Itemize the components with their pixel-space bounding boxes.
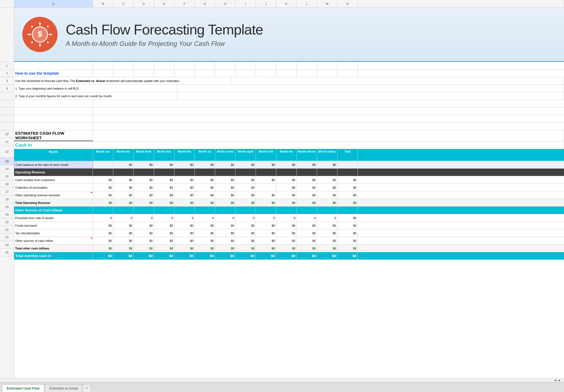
cell-23f[interactable]: $0 xyxy=(174,237,195,244)
cell-23c[interactable]: $0 xyxy=(113,237,134,244)
cell-21h[interactable]: $0 xyxy=(215,222,236,229)
cell-16b[interactable]: $0 xyxy=(93,184,113,191)
cell-16n[interactable]: $0 xyxy=(337,184,358,191)
cell-18j[interactable]: $0 xyxy=(256,199,276,206)
cell-24l[interactable]: $0 xyxy=(297,245,317,252)
cell-21g[interactable]: $0 xyxy=(195,222,215,229)
cell-23m[interactable]: $0 xyxy=(317,237,337,244)
cell-18k[interactable]: $0 xyxy=(276,199,297,206)
cell-21b[interactable]: $0 xyxy=(93,222,113,229)
cell-22l[interactable]: $0 xyxy=(297,229,317,237)
cell-13g[interactable]: $0 xyxy=(195,161,215,168)
cell-17i[interactable]: $0 xyxy=(236,191,256,199)
cell-23g[interactable]: $0 xyxy=(195,237,215,244)
cell-18d[interactable]: $0 xyxy=(134,199,154,206)
cell-5a[interactable]: 2. Type in your monthly figures for cash… xyxy=(14,92,177,100)
cell-2e[interactable] xyxy=(154,69,174,77)
cell-15g[interactable]: $0 xyxy=(195,176,215,184)
cell-1g[interactable] xyxy=(195,62,215,69)
tab-estimated-cash-flow[interactable]: Estimated Cash Flow xyxy=(2,384,44,392)
tab-estimated-vs-actual[interactable]: Estimated vs Actual xyxy=(45,384,83,392)
cell-17e[interactable]: $0 xyxy=(154,191,174,199)
cell-23l[interactable]: $0 xyxy=(297,237,317,244)
cell-24i[interactable]: $0 xyxy=(236,245,256,252)
cell-22a[interactable]: Tax refund/rebates xyxy=(14,229,93,237)
tab-add-button[interactable]: + xyxy=(83,384,90,392)
cell-15d[interactable]: $0 xyxy=(134,176,154,184)
cell-16l[interactable]: $0 xyxy=(297,184,317,191)
cell-25a[interactable]: Total monthly cash in xyxy=(14,252,93,260)
cell-21n[interactable]: $0 xyxy=(337,222,358,229)
cell-20d[interactable]: 0 xyxy=(134,214,154,222)
cell-22d[interactable]: $0 xyxy=(134,229,154,237)
cell-17l[interactable]: $0 xyxy=(297,191,317,199)
cell-17n[interactable]: $0 xyxy=(337,191,358,199)
cell-2d[interactable] xyxy=(134,69,154,77)
cell-25f[interactable]: $0 xyxy=(174,252,195,260)
cell-17c[interactable]: $0 xyxy=(113,191,134,199)
cell-16i[interactable]: $0 xyxy=(236,184,256,191)
cell-22j[interactable]: $0 xyxy=(256,229,276,237)
cell-13c[interactable]: $0 xyxy=(113,161,134,168)
cell-16d[interactable]: $0 xyxy=(134,184,154,191)
cell-23e[interactable]: $0 xyxy=(154,237,174,244)
cell-25n[interactable]: $0 xyxy=(337,252,358,260)
cell-18f[interactable]: $0 xyxy=(174,199,195,206)
cell-7a[interactable] xyxy=(14,108,93,115)
cell-20m[interactable]: 0 xyxy=(317,214,337,222)
cell-18n[interactable]: $0 xyxy=(337,199,358,206)
cell-13m[interactable]: $0 xyxy=(317,161,337,168)
cell-13j[interactable]: $0 xyxy=(256,161,276,168)
cell-4a[interactable]: 1. Type your beginning cash balance in c… xyxy=(14,85,177,92)
cell-20e[interactable]: 0 xyxy=(154,214,174,222)
cell-25l[interactable]: $0 xyxy=(297,252,317,260)
cell-22k[interactable]: $0 xyxy=(276,229,297,237)
cell-25k[interactable]: $0 xyxy=(276,252,297,260)
cell-13e[interactable]: $0 xyxy=(154,161,174,168)
cell-15c[interactable]: $0 xyxy=(113,176,134,184)
scroll-right-icon[interactable]: ▶ xyxy=(559,379,561,382)
cell-20l[interactable]: 0 xyxy=(297,214,317,222)
cell-15i[interactable]: $0 xyxy=(236,176,256,184)
cell-18h[interactable]: $0 xyxy=(215,199,236,206)
cell-21i[interactable]: $0 xyxy=(236,222,256,229)
cell-15f[interactable]: $0 xyxy=(174,176,195,184)
cell-16k[interactable]: $0 xyxy=(276,184,297,191)
cell-22m[interactable]: $0 xyxy=(317,229,337,237)
cell-1l[interactable] xyxy=(297,62,317,69)
cell-24m[interactable]: $0 xyxy=(317,245,337,252)
cell-25h[interactable]: $0 xyxy=(215,252,236,260)
cell-16e[interactable]: $0 xyxy=(154,184,174,191)
cell-16h[interactable]: $0 xyxy=(215,184,236,191)
cell-1b[interactable] xyxy=(93,62,113,69)
cell-17b[interactable]: $0 xyxy=(93,191,113,199)
cell-2f[interactable] xyxy=(174,69,195,77)
cell-2c[interactable] xyxy=(113,69,134,77)
cell-21e[interactable]: $0 xyxy=(154,222,174,229)
cell-15k[interactable]: $0 xyxy=(276,176,297,184)
cell-16f[interactable]: $0 xyxy=(174,184,195,191)
cell-21m[interactable]: $0 xyxy=(317,222,337,229)
cell-16g[interactable]: $0 xyxy=(195,184,215,191)
cell-3a[interactable]: Use this worksheet to forecast cash flow… xyxy=(14,77,231,84)
cell-8a[interactable] xyxy=(14,115,93,122)
cell-17m[interactable]: $0 xyxy=(317,191,337,199)
cell-16c[interactable]: $0 xyxy=(113,184,134,191)
cell-17f[interactable]: $0 xyxy=(174,191,195,199)
cell-20n[interactable]: $0 xyxy=(337,214,358,222)
cell-20h[interactable]: 0 xyxy=(215,214,236,222)
cell-6a[interactable] xyxy=(14,100,93,107)
worksheet-title-cell[interactable]: ESTIMATED CASH FLOW WORKSHEET xyxy=(14,130,93,141)
cell-22f[interactable]: $0 xyxy=(174,229,195,237)
cell-16j[interactable] xyxy=(256,184,276,191)
cell-1n[interactable] xyxy=(337,62,358,69)
cell-13k[interactable]: $0 xyxy=(276,161,297,168)
cell-23j[interactable]: $0 xyxy=(256,237,276,244)
cell-13n[interactable] xyxy=(337,161,358,168)
cell-20c[interactable]: 0 xyxy=(113,214,134,222)
scrollbar-area[interactable]: ◀ ▶ xyxy=(0,378,564,382)
cell-18m[interactable]: $0 xyxy=(317,199,337,206)
cell-2k[interactable] xyxy=(276,69,297,77)
cell-25j[interactable]: $0 xyxy=(256,252,276,260)
cell-1m[interactable] xyxy=(317,62,337,69)
